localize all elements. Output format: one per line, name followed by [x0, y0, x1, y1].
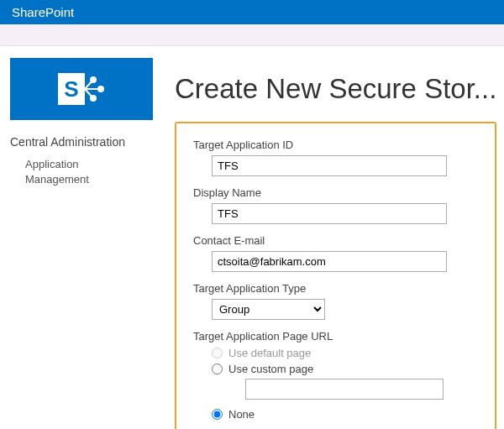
sharepoint-logo-icon: S: [56, 68, 107, 110]
label-target-app-id: Target Application ID: [193, 139, 478, 151]
suite-brand: SharePoint: [12, 5, 74, 19]
input-target-app-id[interactable]: [212, 155, 447, 176]
svg-line-5: [85, 80, 93, 89]
input-custom-page-url[interactable]: [245, 379, 444, 400]
label-display-name: Display Name: [193, 186, 478, 199]
input-display-name[interactable]: [212, 203, 447, 224]
content-area: S Central Administration Application Man…: [0, 46, 504, 429]
radio-use-custom-page[interactable]: [212, 364, 223, 374]
select-target-app-type[interactable]: Group: [212, 299, 325, 320]
page-title: Create New Secure Stor...: [175, 73, 496, 105]
label-target-app-type: Target Application Type: [193, 282, 478, 295]
label-target-app-page-url: Target Application Page URL: [193, 330, 478, 343]
nav-application-management[interactable]: Application Management: [10, 157, 111, 186]
form-panel: Target Application ID Display Name Conta…: [175, 122, 496, 429]
radio-none[interactable]: [212, 409, 223, 420]
input-contact-email[interactable]: [212, 251, 447, 272]
svg-text:S: S: [64, 76, 78, 102]
sharepoint-logo: S: [10, 58, 153, 120]
label-contact-email: Contact E-mail: [193, 234, 478, 247]
nav-central-administration[interactable]: Central Administration: [10, 135, 175, 149]
ribbon-strip: [0, 24, 504, 46]
svg-line-7: [85, 89, 93, 98]
radio-row-use-custom-page[interactable]: Use custom page: [212, 363, 478, 375]
right-column: Create New Secure Stor... Target Applica…: [175, 58, 496, 429]
radio-row-use-default-page[interactable]: Use default page: [212, 347, 478, 359]
radio-label-none: None: [228, 408, 255, 421]
left-column: S Central Administration Application Man…: [10, 58, 175, 429]
radio-label-use-custom-page: Use custom page: [228, 363, 313, 375]
suite-bar: SharePoint: [0, 0, 504, 24]
radio-use-default-page[interactable]: [212, 348, 223, 358]
radio-label-use-default-page: Use default page: [228, 347, 311, 359]
radio-row-none[interactable]: None: [212, 408, 478, 421]
